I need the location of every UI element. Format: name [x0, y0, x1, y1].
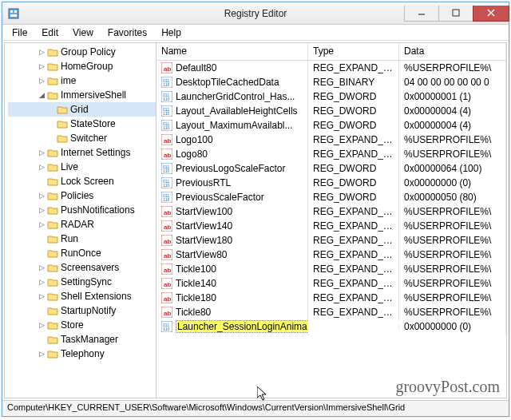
svg-rect-3 — [10, 14, 17, 17]
value-name: Tickle80 — [176, 307, 211, 318]
value-data: %USERPROFILE%\ — [399, 218, 506, 234]
list-scroll[interactable]: Default80REG_EXPAND_SZ%USERPROFILE%\Desk… — [156, 61, 506, 398]
expander-icon[interactable]: ▷ — [37, 321, 46, 329]
tree-item[interactable]: ▷ime — [8, 73, 156, 88]
expander-icon[interactable]: ▷ — [37, 263, 46, 271]
tree-item[interactable]: ▷Telephony — [8, 347, 156, 361]
tree-item[interactable]: ▷HomeGroup — [8, 59, 156, 73]
list-row[interactable]: Logo100REG_EXPAND_SZ%USERPROFILE%\ — [156, 133, 506, 147]
folder-icon — [47, 335, 58, 344]
value-data: 0x00000064 (100) — [399, 160, 506, 176]
tree-item[interactable]: ▷RADAR — [8, 217, 156, 232]
value-data: %USERPROFILE%\ — [399, 275, 506, 291]
svg-rect-0 — [9, 9, 18, 18]
expander-icon[interactable]: ▷ — [37, 163, 46, 171]
list-row[interactable]: DesktopTileCachedDataREG_BINARY04 00 00 … — [156, 75, 506, 89]
tree-item[interactable]: ▷SettingSync — [8, 275, 156, 289]
tree-item[interactable]: RunOnce — [8, 246, 156, 260]
tree-item[interactable]: StateStore — [8, 117, 156, 131]
list-row[interactable]: StartView100REG_EXPAND_SZ%USERPROFILE%\ — [156, 204, 506, 219]
list-row[interactable]: PreviousScaleFactorREG_DWORD0x00000050 (… — [156, 190, 506, 204]
list-row[interactable]: Tickle100REG_EXPAND_SZ%USERPROFILE%\ — [156, 262, 506, 276]
maximize-button[interactable] — [438, 6, 473, 22]
expander-icon[interactable]: ▷ — [37, 292, 46, 300]
expander-icon[interactable]: ◢ — [37, 91, 46, 99]
tree-item[interactable]: ▷Policies — [8, 188, 156, 203]
list-row[interactable]: Default80REG_EXPAND_SZ%USERPROFILE%\ — [156, 61, 506, 75]
folder-icon — [47, 191, 58, 200]
tree-pane[interactable]: ▷Group Policy▷HomeGroup▷ime◢ImmersiveShe… — [5, 43, 156, 398]
expander-icon[interactable]: ▷ — [37, 278, 46, 286]
value-type: REG_DWORD — [308, 89, 399, 105]
value-type: REG_EXPAND_SZ — [308, 275, 399, 291]
value-type: REG_DWORD — [308, 103, 399, 119]
tree-item[interactable]: ◢ImmersiveShell — [8, 88, 156, 102]
tree-item[interactable]: ▷Live — [8, 160, 156, 174]
string-value-icon — [161, 206, 172, 217]
tree-item[interactable]: Lock Screen — [8, 174, 156, 188]
expander-icon[interactable]: ▷ — [37, 48, 46, 56]
value-name: Logo100 — [176, 134, 213, 145]
string-value-icon — [161, 134, 172, 145]
tree-item-label: StartupNotify — [61, 305, 116, 316]
value-name: PreviousScaleFactor — [176, 192, 264, 203]
tree-item[interactable]: Switcher — [8, 131, 156, 145]
expander-icon[interactable]: ▷ — [37, 77, 46, 85]
tree-item[interactable]: Grid — [8, 102, 156, 117]
expander-icon[interactable]: ▷ — [37, 192, 46, 200]
column-header-name[interactable]: Name — [156, 43, 308, 60]
column-header-type[interactable]: Type — [308, 43, 399, 60]
expander-icon[interactable]: ▷ — [37, 149, 46, 157]
expander-icon[interactable]: ▷ — [37, 206, 46, 214]
folder-icon — [47, 61, 58, 71]
tree-item-label: Live — [61, 161, 78, 172]
menu-help[interactable]: Help — [155, 26, 188, 40]
list-row[interactable]: Layout_MaximumAvailabl...REG_DWORD0x0000… — [156, 118, 506, 133]
menu-view[interactable]: View — [66, 26, 100, 40]
tree-item[interactable]: Run — [8, 232, 156, 246]
tree-item[interactable]: ▷Internet Settings — [8, 145, 156, 160]
column-header-data[interactable]: Data — [399, 43, 506, 60]
list-row[interactable]: StartView80REG_EXPAND_SZ%USERPROFILE%\ — [156, 248, 506, 262]
tree-item[interactable]: TaskManager — [8, 332, 156, 347]
tree-item-label: Policies — [61, 190, 93, 201]
tree-item[interactable]: ▷PushNotifications — [8, 203, 156, 217]
value-type: REG_DWORD — [308, 117, 399, 133]
value-name: Layout_MaximumAvailabl... — [176, 120, 293, 131]
expander-icon[interactable]: ▷ — [37, 62, 46, 70]
list-row[interactable]: StartView140REG_EXPAND_SZ%USERPROFILE%\ — [156, 219, 506, 233]
list-row[interactable]: LauncherGridControl_Has...REG_DWORD0x000… — [156, 89, 506, 104]
list-row[interactable]: PreviousRTLREG_DWORD0x00000000 (0) — [156, 176, 506, 190]
list-row[interactable]: Launcher_SessionLoginAnimation_OnShow0x0… — [156, 319, 506, 334]
expander-icon[interactable]: ▷ — [37, 350, 46, 358]
folder-icon — [47, 306, 58, 315]
titlebar[interactable]: Registry Editor — [2, 2, 509, 25]
statusbar-path: Computer\HKEY_CURRENT_USER\Software\Micr… — [2, 400, 509, 416]
list-row[interactable]: Tickle180REG_EXPAND_SZ%USERPROFILE%\ — [156, 291, 506, 305]
value-type: REG_EXPAND_SZ — [308, 304, 399, 320]
tree-item[interactable]: ▷Shell Extensions — [8, 289, 156, 303]
list-row[interactable]: Tickle140REG_EXPAND_SZ%USERPROFILE%\ — [156, 276, 506, 291]
string-value-icon — [161, 278, 172, 289]
tree-item[interactable]: ▷Group Policy — [8, 45, 156, 59]
tree-item[interactable]: ▷Store — [8, 318, 156, 332]
menu-favorites[interactable]: Favorites — [101, 26, 153, 40]
tree-item-label: Screensavers — [61, 262, 119, 273]
list-row[interactable]: PreviousLogoScaleFactorREG_DWORD0x000000… — [156, 161, 506, 176]
menu-file[interactable]: File — [6, 26, 34, 40]
list-row[interactable]: Layout_AvailableHeightCellsREG_DWORD0x00… — [156, 104, 506, 118]
tree-item-label: RADAR — [61, 219, 94, 230]
close-button[interactable] — [473, 6, 509, 22]
value-type: REG_EXPAND_SZ — [308, 218, 399, 234]
list-row[interactable]: StartView180REG_EXPAND_SZ%USERPROFILE%\ — [156, 233, 506, 248]
list-row[interactable]: Logo80REG_EXPAND_SZ%USERPROFILE%\ — [156, 147, 506, 161]
app-icon — [7, 7, 20, 20]
value-data: 0x00000000 (0) — [399, 175, 506, 191]
value-name: LauncherGridControl_Has... — [176, 91, 295, 102]
tree-item[interactable]: ▷Screensavers — [8, 260, 156, 275]
value-name: Default80 — [176, 62, 216, 73]
expander-icon[interactable]: ▷ — [37, 220, 46, 228]
menu-edit[interactable]: Edit — [35, 26, 65, 40]
minimize-button[interactable] — [404, 6, 439, 22]
tree-item[interactable]: StartupNotify — [8, 303, 156, 318]
